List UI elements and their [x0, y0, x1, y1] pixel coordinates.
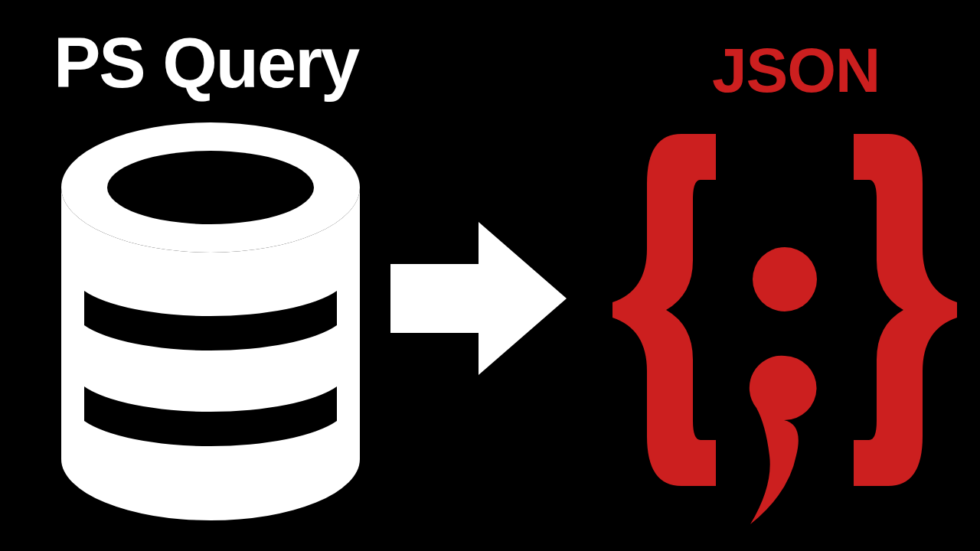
svg-marker-2 [390, 222, 567, 375]
svg-point-1 [107, 151, 314, 224]
svg-point-3 [753, 247, 817, 311]
arrow-right-icon [390, 222, 567, 375]
json-label: JSON [712, 34, 880, 106]
ps-query-label: PS Query [54, 23, 358, 103]
database-icon [57, 122, 364, 520]
json-braces-icon [605, 119, 965, 532]
